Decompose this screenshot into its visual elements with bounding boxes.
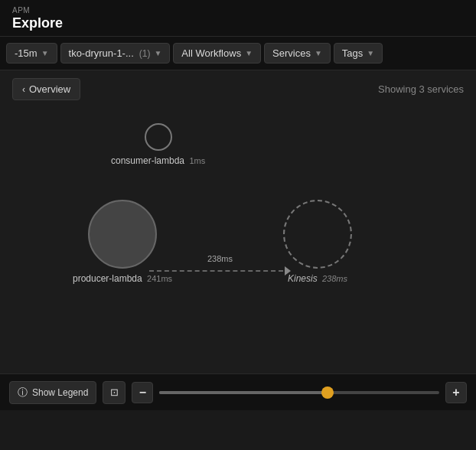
tags-filter-label: Tags	[342, 47, 363, 59]
minus-icon: −	[139, 386, 146, 399]
service-count: (1)	[139, 48, 151, 59]
services-filter[interactable]: Services ▼	[264, 43, 331, 64]
apm-label: APM	[12, 6, 464, 15]
bottom-toolbar: ⓘ Show Legend ⊡ − +	[0, 373, 476, 410]
back-arrow-icon: ‹	[22, 84, 25, 95]
show-legend-button[interactable]: ⓘ Show Legend	[9, 381, 96, 404]
service-connection: 238ms	[149, 266, 291, 276]
workflow-filter-label: All Workflows	[181, 47, 241, 59]
plus-icon: +	[452, 386, 459, 399]
zoom-in-button[interactable]: +	[445, 382, 467, 403]
consumer-lambda-circle	[145, 123, 172, 151]
overview-button[interactable]: ‹ Overview	[12, 78, 80, 100]
consumer-lambda-label: consumer-lambda 1ms	[111, 155, 205, 166]
node-kinesis: Kinesis 238ms	[283, 200, 352, 284]
page-title: Explore	[12, 15, 464, 31]
chevron-down-icon: ▼	[41, 49, 49, 57]
fit-icon: ⊡	[110, 386, 119, 398]
time-range-label: -15m	[15, 47, 37, 59]
zoom-slider-track	[159, 391, 327, 394]
kinesis-latency: 238ms	[322, 274, 347, 283]
time-range-filter[interactable]: -15m ▼	[6, 43, 57, 64]
overview-button-label: Overview	[29, 83, 70, 95]
zoom-slider-thumb[interactable]	[321, 386, 334, 399]
service-filter[interactable]: tko-dryrun-1-... (1) ▼	[60, 43, 171, 64]
services-filter-label: Services	[272, 47, 311, 59]
show-legend-label: Show Legend	[32, 387, 88, 398]
workflow-filter[interactable]: All Workflows ▼	[173, 43, 261, 64]
connection-latency-label: 238ms	[207, 254, 233, 263]
chevron-down-icon: ▼	[245, 49, 253, 57]
showing-services-text: Showing 3 services	[378, 83, 464, 95]
node-consumer-lambda: consumer-lambda 1ms	[111, 123, 205, 166]
chevron-down-icon: ▼	[315, 49, 322, 57]
fit-view-button[interactable]: ⊡	[103, 381, 126, 404]
main-content: ‹ Overview Showing 3 services consumer-l…	[0, 70, 476, 410]
consumer-lambda-latency: 1ms	[189, 156, 205, 165]
kinesis-label: Kinesis 238ms	[288, 273, 347, 284]
connection-arrow-icon	[285, 266, 291, 276]
service-filter-label: tko-dryrun-1-...	[69, 47, 134, 59]
tags-filter[interactable]: Tags ▼	[334, 43, 383, 64]
service-map-graph: consumer-lambda 1ms producer-lambda 241m…	[0, 108, 476, 360]
kinesis-circle	[283, 200, 352, 269]
zoom-slider[interactable]	[159, 391, 439, 394]
chevron-down-icon: ▼	[154, 49, 161, 57]
info-circle-icon: ⓘ	[18, 386, 28, 399]
toolbar: -15m ▼ tko-dryrun-1-... (1) ▼ All Workfl…	[0, 37, 476, 70]
main-topbar: ‹ Overview Showing 3 services	[0, 70, 476, 108]
connection-dashed-line	[149, 270, 283, 272]
zoom-out-button[interactable]: −	[132, 382, 153, 403]
app-header: APM Explore	[0, 0, 476, 37]
chevron-down-icon: ▼	[367, 49, 374, 57]
zoom-slider-container	[159, 391, 439, 394]
producer-lambda-circle	[88, 200, 157, 269]
